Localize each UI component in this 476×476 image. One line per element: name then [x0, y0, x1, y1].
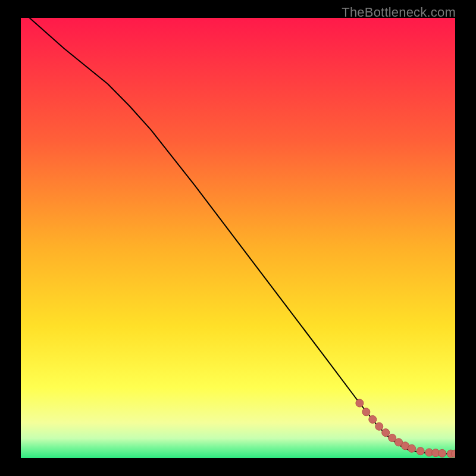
plot-area	[21, 18, 455, 458]
chart-svg	[21, 18, 455, 458]
scatter-point	[408, 444, 416, 452]
scatter-point	[439, 449, 446, 457]
scatter-point	[416, 447, 424, 455]
scatter-point	[389, 434, 396, 441]
gradient-background	[21, 18, 455, 458]
scatter-point	[382, 429, 390, 437]
scatter-point	[369, 415, 377, 423]
chart-frame: TheBottleneck.com	[0, 0, 476, 476]
scatter-point	[356, 399, 364, 407]
scatter-point	[375, 422, 383, 430]
scatter-point	[362, 408, 370, 416]
